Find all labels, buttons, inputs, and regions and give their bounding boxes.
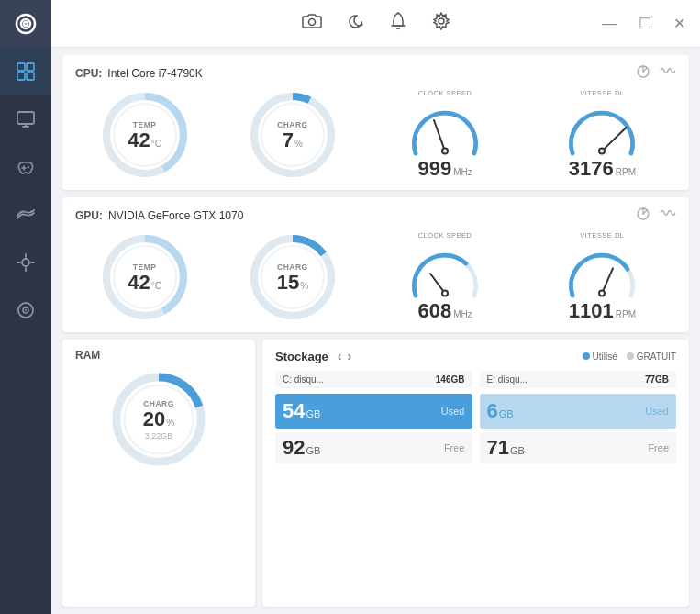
ram-panel: RAM CHARG 2 <box>62 340 255 607</box>
cpu-wave-icon[interactable] <box>660 64 676 82</box>
gpu-label: GPU: <box>75 209 103 222</box>
sidebar-item-brightness[interactable] <box>0 239 51 286</box>
cpu-header: CPU: Intel Core i7-4790K <box>75 64 676 82</box>
svg-point-21 <box>308 19 315 26</box>
gpu-temp-circle: TEMP 42 °C <box>99 231 191 323</box>
cpu-panel-icons <box>636 64 676 82</box>
gpu-chart-icon[interactable] <box>636 207 650 224</box>
legend-free-dot <box>627 352 634 360</box>
svg-rect-6 <box>27 73 34 80</box>
disks-row: C: disqu... 146GB E: disqu... 77GB <box>275 371 676 388</box>
disk2-label: E: disqu... 77GB <box>480 371 677 388</box>
disk1-free-unit: GB <box>306 445 320 456</box>
svg-point-20 <box>25 309 27 311</box>
gpu-temp-value: 42 <box>128 273 150 293</box>
cpu-charge-circle: CHARG 7 % <box>247 89 339 181</box>
storage-legend: Utilisé GRATUIT <box>583 352 676 362</box>
bell-icon[interactable] <box>390 12 406 35</box>
gpu-clock-label: CLOCK SPEED <box>418 231 472 240</box>
content-area: CPU: Intel Core i7-4790K <box>51 48 700 614</box>
gpu-clock-gauge: CLOCK SPEED 608 MHz <box>394 231 495 323</box>
sidebar <box>0 0 51 614</box>
close-button[interactable]: ✕ <box>670 13 689 34</box>
disk2-col: 6 GB Used 71 GB Free <box>480 394 677 463</box>
gpu-charge-unit: % <box>300 281 308 291</box>
disk1-free-bar: 92 GB Free <box>275 432 472 463</box>
cpu-panel: CPU: Intel Core i7-4790K <box>62 55 689 190</box>
sidebar-item-network[interactable] <box>0 191 51 239</box>
storage-header: Stockage ‹ › Utilisé GRATUIT <box>275 349 676 363</box>
svg-point-12 <box>28 166 29 168</box>
ram-charge-value: 20 <box>143 409 165 430</box>
cpu-temp-unit: °C <box>151 139 161 149</box>
svg-rect-4 <box>27 63 34 71</box>
cpu-clock-label: CLOCK SPEED <box>418 89 472 97</box>
cpu-gauges: TEMP 42 °C <box>75 89 676 181</box>
gpu-temp-gauge: TEMP 42 °C <box>99 231 191 323</box>
disk1-used-bar: 54 GB Used <box>275 394 472 429</box>
gpu-header: GPU: NVIDIA GeForce GTX 1070 <box>75 207 676 224</box>
gpu-wave-icon[interactable] <box>660 207 676 224</box>
storage-title: Stockage <box>275 350 328 363</box>
svg-point-35 <box>443 150 447 153</box>
svg-point-23 <box>439 18 444 24</box>
gpu-speed-unit: RPM <box>616 309 636 319</box>
gpu-charge-value-area: CHARG 15 % <box>277 262 308 293</box>
disk1-col: 54 GB Used 92 GB Free <box>275 394 472 463</box>
storage-prev-button[interactable]: ‹ <box>338 349 342 363</box>
svg-point-13 <box>22 259 29 266</box>
disk1-label: C: disqu... 146GB <box>275 371 472 388</box>
disk1-used-unit: GB <box>306 408 320 419</box>
svg-line-51 <box>602 268 613 293</box>
disk2-free-label: Free <box>648 442 669 453</box>
camera-icon[interactable] <box>302 13 322 34</box>
disk1-free-label: Free <box>444 442 465 453</box>
cpu-speed-value: 3176 <box>569 157 614 181</box>
cpu-chart-icon[interactable] <box>636 64 650 82</box>
disk2-size: 77GB <box>645 374 669 385</box>
disk1-used-label: Used <box>441 406 465 417</box>
ram-gauge: CHARG 20 % 3,22GB <box>108 369 209 470</box>
svg-line-36 <box>602 128 626 151</box>
disk2-free-bar: 71 GB Free <box>480 432 677 463</box>
maximize-button[interactable]: ☐ <box>635 13 655 34</box>
legend-used-dot <box>583 352 590 360</box>
storage-nav: ‹ › <box>338 349 351 363</box>
sidebar-item-gaming[interactable] <box>0 143 51 191</box>
ram-sub-value: 3,22GB <box>145 431 173 441</box>
cpu-speed-gauge: VITESSE DL 3176 RPM <box>551 89 652 181</box>
sidebar-item-monitor[interactable] <box>0 95 51 143</box>
legend-free-label: GRATUIT <box>637 352 676 362</box>
disk1-free-value-area: 92 GB <box>283 438 320 458</box>
ram-value-area: CHARG 20 % 3,22GB <box>143 399 174 441</box>
gpu-speed-value-area: 1101 RPM <box>569 299 636 323</box>
disk2-free-unit: GB <box>510 445 525 456</box>
svg-rect-5 <box>17 73 25 80</box>
cpu-temp-value: 42 <box>128 130 150 151</box>
legend-used-label: Utilisé <box>593 352 617 362</box>
disk2-name: E: disqu... <box>487 374 528 385</box>
minimize-button[interactable]: — <box>598 14 620 34</box>
moon-icon[interactable] <box>348 13 364 34</box>
cpu-clock-value: 999 <box>417 157 451 181</box>
storage-next-button[interactable]: › <box>347 349 351 363</box>
cpu-speed-unit: RPM <box>616 167 636 177</box>
svg-point-2 <box>24 22 28 26</box>
svg-point-1 <box>21 19 30 28</box>
app-logo[interactable] <box>0 0 51 48</box>
main-area: — ☐ ✕ CPU: Intel Core i7-4790K <box>51 0 700 614</box>
sidebar-item-dashboard[interactable] <box>0 48 51 95</box>
ram-gauge-area: CHARG 20 % 3,22GB <box>75 369 242 470</box>
gear-icon[interactable] <box>432 12 450 35</box>
cpu-clock-value-area: 999 MHz <box>417 157 472 181</box>
disk2-used-bar: 6 GB Used <box>480 394 677 429</box>
cpu-charge-unit: % <box>294 139 303 149</box>
cpu-speed-value-area: 3176 RPM <box>569 157 636 181</box>
sidebar-item-storage[interactable] <box>0 286 51 334</box>
legend-free: GRATUIT <box>627 352 676 362</box>
cpu-charge-gauge: CHARG 7 % <box>247 89 339 181</box>
disk1-used-value-area: 54 GB <box>283 401 320 421</box>
gpu-temp-unit: °C <box>151 281 161 291</box>
disk1-free-value: 92 <box>283 438 305 458</box>
cpu-temp-gauge: TEMP 42 °C <box>99 89 191 181</box>
